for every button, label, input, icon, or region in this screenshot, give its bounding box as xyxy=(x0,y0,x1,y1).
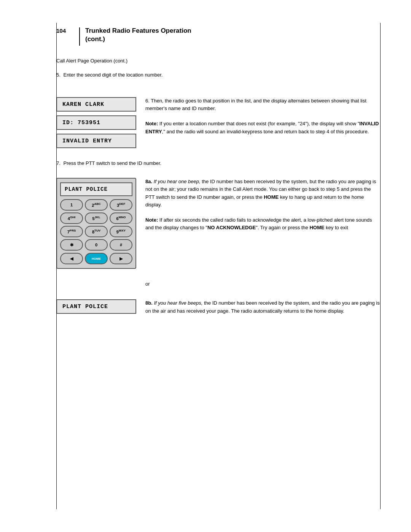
key-5[interactable]: 5JKL xyxy=(85,212,108,224)
step-7-number: 7. xyxy=(56,160,61,166)
step-6-number: 6. xyxy=(145,98,150,104)
step-8b-section: PLANT POLICE 8b. If you hear five beeps,… xyxy=(56,299,381,318)
or-spacer xyxy=(56,280,136,288)
plant-police-display-1: PLANT POLICE xyxy=(60,182,132,196)
invalid-entry-display: INVALID ENTRY xyxy=(56,134,136,148)
home-key[interactable]: HOME xyxy=(85,253,108,264)
key-star[interactable]: ✱ xyxy=(60,239,83,251)
invalid-entry-note: Note: If you enter a location number tha… xyxy=(145,120,381,135)
nav-right-key[interactable]: ▶ xyxy=(110,253,132,264)
step-8b-text: 8b. If you hear five beeps, the ID numbe… xyxy=(145,299,381,318)
note-2: Note: If after six seconds the called ra… xyxy=(145,216,381,232)
key-0[interactable]: 0 xyxy=(85,239,108,251)
page-header: 104 Trunked Radio Features Operation (co… xyxy=(56,27,381,46)
step-8b-paragraph: 8b. If you hear five beeps, the ID numbe… xyxy=(145,299,381,315)
keypad: 1 2ABC 3DEF 4GHI 5JKL xyxy=(60,199,132,251)
nav-row: ◀ HOME ▶ xyxy=(60,253,132,264)
nav-left-key[interactable]: ◀ xyxy=(60,253,83,264)
or-text-col: or xyxy=(145,280,381,288)
step-6-displays: KAREN CLARK ID: 753951 INVALID ENTRY xyxy=(56,97,136,152)
key-7[interactable]: 7PRS xyxy=(60,226,83,237)
title-block: Trunked Radio Features Operation (cont.) xyxy=(85,27,381,43)
radio-device-8a: PLANT POLICE 1 2ABC 3DEF xyxy=(56,178,136,273)
karen-clark-display: KAREN CLARK xyxy=(56,97,136,112)
header-divider xyxy=(79,27,80,46)
step-7-text: Press the PTT switch to send the ID numb… xyxy=(63,160,161,166)
key-1[interactable]: 1 xyxy=(60,199,83,211)
radio-illustration: PLANT POLICE 1 2ABC 3DEF xyxy=(56,178,136,269)
key-6[interactable]: 6MNO xyxy=(110,212,132,224)
step-6-text: Then, the radio goes to that position in… xyxy=(145,98,366,111)
key-9[interactable]: 9WXY xyxy=(110,226,132,237)
section-heading: Call Alert Page Operation (cont.) xyxy=(56,58,381,64)
plant-police-display-2: PLANT POLICE xyxy=(56,299,136,314)
key-2[interactable]: 2ABC xyxy=(85,199,108,211)
step-8b-display: PLANT POLICE xyxy=(56,299,136,318)
step-8a-text: 8a. If you hear one beep, the ID number … xyxy=(145,178,381,273)
or-label: or xyxy=(145,281,150,287)
step-5: 5. Enter the second digit of the locatio… xyxy=(56,71,381,79)
step-5-number: 5. xyxy=(56,72,61,78)
key-3[interactable]: 3DEF xyxy=(110,199,132,211)
step-8a-section: PLANT POLICE 1 2ABC 3DEF xyxy=(56,178,381,273)
page-title: Trunked Radio Features Operation (cont.) xyxy=(85,27,381,43)
left-rule xyxy=(56,23,57,509)
page-number: 104 xyxy=(56,27,79,34)
key-4[interactable]: 4GHI xyxy=(60,212,83,224)
key-8[interactable]: 8TUV xyxy=(85,226,108,237)
step-6-section: KAREN CLARK ID: 753951 INVALID ENTRY 6. … xyxy=(56,97,381,152)
or-section: or xyxy=(56,280,381,288)
step-8a-paragraph: 8a. If you hear one beep, the ID number … xyxy=(145,178,381,209)
key-pound[interactable]: # xyxy=(110,239,132,251)
right-rule xyxy=(380,23,381,509)
step-7: 7. Press the PTT switch to send the ID n… xyxy=(56,160,381,167)
id-display: ID: 753951 xyxy=(56,115,136,130)
step-6-text: 6. Then, the radio goes to that position… xyxy=(145,97,381,152)
step-5-text: Enter the second digit of the location n… xyxy=(63,72,162,78)
